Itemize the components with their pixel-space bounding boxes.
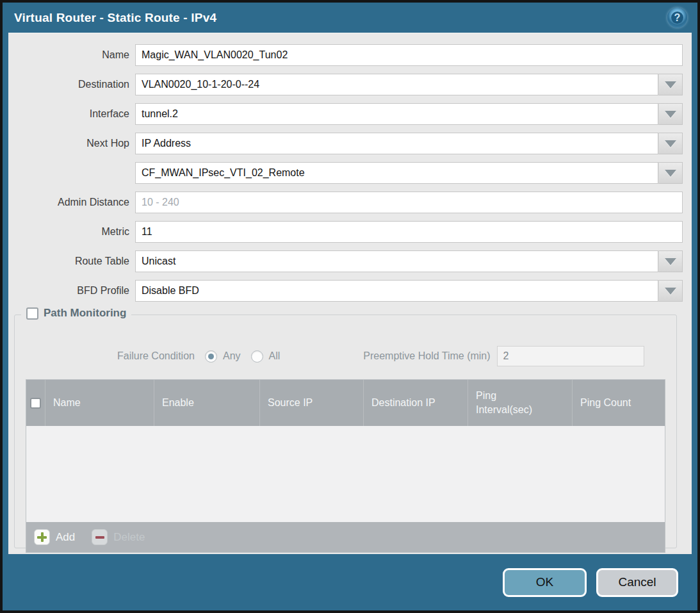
plus-icon xyxy=(34,529,50,545)
table-header-name[interactable]: Name xyxy=(45,380,154,426)
table-header-ping-count[interactable]: Ping Count xyxy=(573,380,665,426)
admin-distance-row: Admin Distance xyxy=(8,192,683,213)
bfd-profile-input[interactable] xyxy=(135,280,658,302)
interface-label: Interface xyxy=(8,108,135,120)
name-field-wrap xyxy=(135,44,683,66)
static-route-dialog: Virtual Router - Static Route - IPv4 ? N… xyxy=(3,3,697,610)
interface-row: Interface xyxy=(8,103,683,125)
path-monitoring-legend: Path Monitoring xyxy=(21,307,131,320)
path-monitoring-checkbox[interactable] xyxy=(26,307,38,320)
help-icon[interactable]: ? xyxy=(667,8,687,28)
destination-input[interactable] xyxy=(135,74,658,95)
interface-input[interactable] xyxy=(135,103,658,125)
destination-field-wrap xyxy=(135,74,683,95)
route-table-label: Route Table xyxy=(8,256,135,267)
metric-row: Metric xyxy=(8,221,683,243)
ok-button[interactable]: OK xyxy=(503,568,587,597)
title-bar: Virtual Router - Static Route - IPv4 ? xyxy=(3,3,697,33)
cancel-button[interactable]: Cancel xyxy=(596,568,678,597)
metric-field-wrap xyxy=(135,221,683,243)
table-header-select xyxy=(26,380,45,426)
failure-condition-any-radio[interactable] xyxy=(205,350,217,363)
path-monitoring-options-row: Failure Condition Any All Preemptive Hol… xyxy=(26,346,665,366)
failure-condition-all-radio[interactable] xyxy=(251,350,263,363)
dialog-content: Name Destination Interface xyxy=(8,33,692,554)
route-table-field-wrap xyxy=(135,250,683,272)
chevron-down-icon xyxy=(665,111,676,118)
path-monitoring-title: Path Monitoring xyxy=(44,307,126,320)
interface-dropdown-button[interactable] xyxy=(658,103,683,125)
select-all-checkbox[interactable] xyxy=(30,398,41,409)
metric-label: Metric xyxy=(8,226,135,238)
dialog-title: Virtual Router - Static Route - IPv4 xyxy=(14,11,667,25)
table-header-source-ip[interactable]: Source IP xyxy=(260,380,364,426)
next-hop-address-input[interactable] xyxy=(135,162,658,184)
next-hop-dropdown-button[interactable] xyxy=(658,133,683,154)
delete-button[interactable]: Delete xyxy=(92,529,145,545)
table-header-destination-ip[interactable]: Destination IP xyxy=(364,380,468,426)
table-action-bar: Add Delete xyxy=(26,522,665,552)
chevron-down-icon xyxy=(665,170,676,177)
preemptive-hold-time-label: Preemptive Hold Time (min) xyxy=(363,350,490,362)
admin-distance-input[interactable] xyxy=(135,192,683,213)
failure-condition-any-label: Any xyxy=(223,350,241,362)
next-hop-address-dropdown-button[interactable] xyxy=(658,162,683,184)
table-header-row: Name Enable Source IP Destination IP Pin… xyxy=(26,380,665,426)
bfd-profile-field-wrap xyxy=(135,280,683,302)
table-body-empty xyxy=(26,426,665,522)
next-hop-address-row xyxy=(8,162,683,184)
table-header-enable[interactable]: Enable xyxy=(154,380,260,426)
admin-distance-field-wrap xyxy=(135,192,683,213)
chevron-down-icon xyxy=(665,288,676,295)
chevron-down-icon xyxy=(665,258,676,265)
next-hop-label: Next Hop xyxy=(8,138,135,149)
destination-dropdown-button[interactable] xyxy=(658,74,683,95)
path-monitoring-section: Path Monitoring Failure Condition Any Al… xyxy=(14,315,677,548)
bfd-profile-dropdown-button[interactable] xyxy=(658,280,683,302)
name-label: Name xyxy=(8,49,135,61)
route-table-row: Route Table xyxy=(8,250,683,272)
table-header-ping-interval[interactable]: Ping Interval(sec) xyxy=(468,380,573,426)
dialog-footer: OK Cancel xyxy=(3,554,697,610)
chevron-down-icon xyxy=(665,81,676,88)
admin-distance-label: Admin Distance xyxy=(8,197,135,208)
route-table-dropdown-button[interactable] xyxy=(658,250,683,272)
interface-field-wrap xyxy=(135,103,683,125)
name-input[interactable] xyxy=(135,44,683,66)
name-row: Name xyxy=(8,44,683,66)
bfd-profile-row: BFD Profile xyxy=(8,280,683,302)
path-monitoring-table: Name Enable Source IP Destination IP Pin… xyxy=(26,379,665,553)
failure-condition-all-label: All xyxy=(269,350,281,362)
failure-condition-label: Failure Condition xyxy=(117,350,195,362)
preemptive-hold-time-input[interactable] xyxy=(497,346,644,366)
route-table-input[interactable] xyxy=(135,250,658,272)
minus-icon xyxy=(92,529,108,545)
add-button[interactable]: Add xyxy=(34,529,75,545)
destination-row: Destination xyxy=(8,74,683,95)
bfd-profile-label: BFD Profile xyxy=(8,285,135,297)
metric-input[interactable] xyxy=(135,221,683,243)
destination-label: Destination xyxy=(8,79,135,90)
chevron-down-icon xyxy=(665,140,676,147)
next-hop-address-field-wrap xyxy=(135,162,683,184)
screenshot-frame: Virtual Router - Static Route - IPv4 ? N… xyxy=(0,0,700,613)
next-hop-type-input[interactable] xyxy=(135,133,658,154)
next-hop-field-wrap xyxy=(135,133,683,154)
next-hop-row: Next Hop xyxy=(8,133,683,154)
